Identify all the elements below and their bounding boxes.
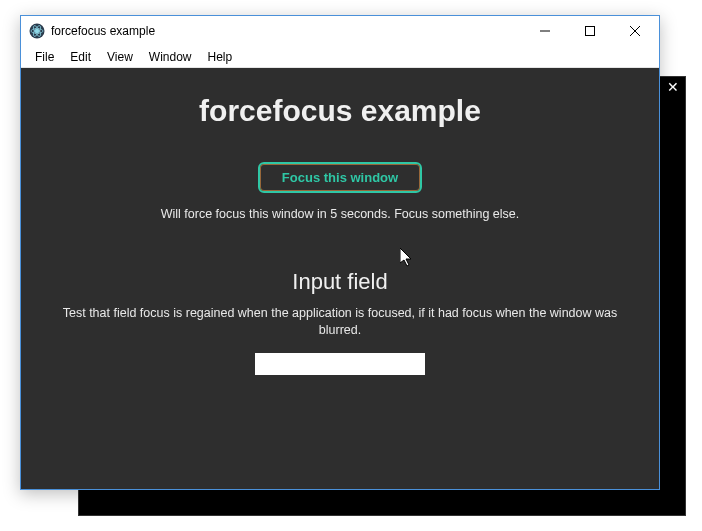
maximize-button[interactable] [567, 17, 612, 46]
application-window: forcefocus example File Edit View Window… [20, 15, 660, 490]
input-description: Test that field focus is regained when t… [60, 305, 620, 339]
menu-view[interactable]: View [99, 48, 141, 66]
minimize-button[interactable] [522, 17, 567, 46]
menu-help[interactable]: Help [200, 48, 241, 66]
svg-rect-6 [585, 27, 594, 36]
test-input[interactable] [255, 353, 425, 375]
content-area: forcefocus example Focus this window Wil… [21, 68, 659, 489]
menu-edit[interactable]: Edit [62, 48, 99, 66]
menubar: File Edit View Window Help [21, 46, 659, 68]
menu-window[interactable]: Window [141, 48, 200, 66]
input-heading: Input field [41, 269, 639, 295]
titlebar[interactable]: forcefocus example [21, 16, 659, 46]
close-button[interactable] [612, 17, 657, 46]
page-heading: forcefocus example [41, 94, 639, 128]
close-icon: ✕ [667, 79, 679, 95]
focus-window-button[interactable]: Focus this window [258, 162, 422, 193]
focus-description: Will force focus this window in 5 second… [41, 207, 639, 221]
menu-file[interactable]: File [27, 48, 62, 66]
app-icon [29, 23, 45, 39]
window-title: forcefocus example [51, 24, 155, 38]
